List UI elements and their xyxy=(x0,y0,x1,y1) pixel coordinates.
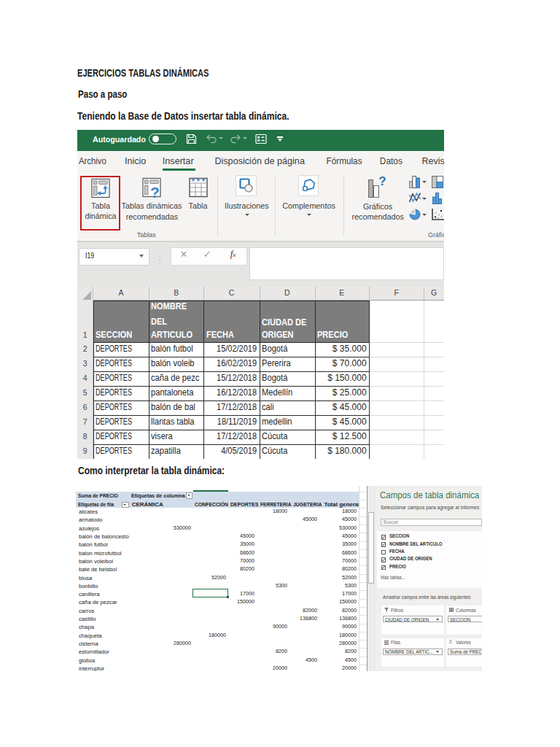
svg-text:?: ? xyxy=(150,184,160,199)
